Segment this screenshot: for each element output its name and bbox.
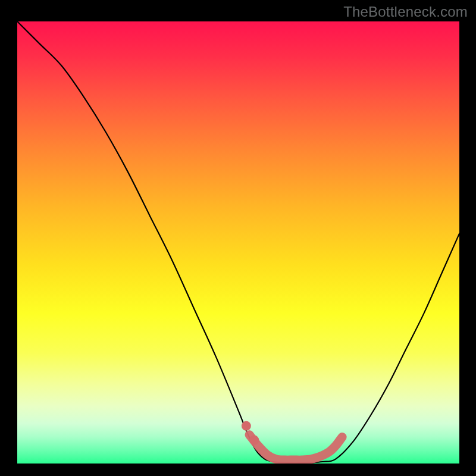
- bottleneck-curve: [17, 21, 459, 463]
- watermark-text: TheBottleneck.com: [343, 4, 468, 20]
- valley-highlight-stroke: [249, 435, 342, 460]
- curve-layer: [17, 21, 459, 464]
- chart-frame: TheBottleneck.com: [0, 0, 476, 476]
- valley-highlight-dot: [242, 421, 251, 431]
- valley-highlight-dot: [249, 436, 259, 445]
- plot-area: [17, 21, 459, 464]
